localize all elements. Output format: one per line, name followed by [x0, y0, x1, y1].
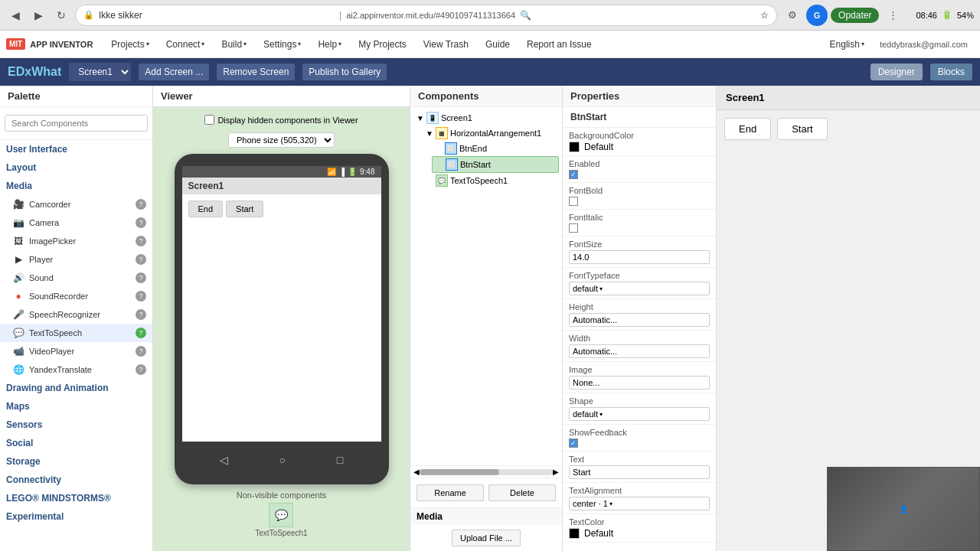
- tree-item-btnstart[interactable]: ▼ ⬜ BtnStart: [432, 156, 559, 173]
- prop-checkbox-fontitalic[interactable]: [569, 223, 578, 233]
- remove-screen-button[interactable]: Remove Screen: [217, 64, 295, 80]
- back-button[interactable]: ◀: [6, 6, 24, 24]
- palette-section-lego[interactable]: LEGO® MINDSTORMS®: [0, 489, 152, 507]
- palette-item-yandextranslate[interactable]: 🌐 YandexTranslate ?: [0, 360, 152, 379]
- scroll-left-icon[interactable]: ◀: [413, 468, 420, 476]
- tree-item-texttospeech1[interactable]: ▼ 💬 TextToSpeech1: [423, 173, 559, 188]
- help-icon[interactable]: ?: [136, 328, 146, 338]
- media-section: Media Upload File ...: [410, 507, 562, 551]
- chevron-down-icon: ▾: [609, 500, 612, 507]
- designer-button[interactable]: Designer: [871, 64, 923, 80]
- menu-help[interactable]: Help ▾: [310, 34, 349, 54]
- menu-report-issue[interactable]: Report an Issue: [519, 34, 599, 54]
- prop-checkbox-showfeedback[interactable]: [569, 439, 578, 448]
- palette-section-media[interactable]: Media: [0, 177, 152, 195]
- palette-item-texttospeech[interactable]: 💬 TextToSpeech ?: [0, 324, 152, 342]
- prop-input-width[interactable]: [569, 344, 710, 358]
- help-icon[interactable]: ?: [136, 309, 146, 320]
- profile-circle-button[interactable]: G: [806, 5, 828, 26]
- app-start-button[interactable]: Start: [226, 201, 263, 217]
- help-icon[interactable]: ?: [136, 236, 146, 246]
- help-icon[interactable]: ?: [136, 254, 146, 265]
- tree-item-horizontal-arrangement[interactable]: ▼ ▦ HorizontalArrangement1: [423, 126, 559, 141]
- prop-select-shape[interactable]: default ▾: [569, 407, 710, 421]
- webcam-placeholder: 👤: [899, 505, 908, 514]
- prop-checkbox-fontbold[interactable]: [569, 197, 578, 206]
- bookmark-icon: ☆: [760, 10, 769, 21]
- delete-button[interactable]: Delete: [488, 484, 556, 501]
- phone-back-button[interactable]: ◁: [220, 454, 228, 466]
- app-end-button[interactable]: End: [188, 201, 224, 217]
- help-icon[interactable]: ?: [136, 346, 146, 357]
- palette-item-speechrecognizer[interactable]: 🎤 SpeechRecognizer ?: [0, 305, 152, 324]
- menu-projects[interactable]: Projects ▾: [103, 34, 156, 54]
- phone-home-button[interactable]: ○: [279, 454, 286, 466]
- prop-input-image[interactable]: [569, 376, 710, 390]
- hidden-components-checkbox-label[interactable]: Display hidden components in Viewer: [204, 115, 358, 125]
- palette-section-social[interactable]: Social: [0, 434, 152, 452]
- address-bar[interactable]: 🔒 Ikke sikker | ai2.appinventor.mit.edu/…: [75, 5, 777, 26]
- palette-item-player[interactable]: ▶ Player ?: [0, 250, 152, 269]
- update-profile-button[interactable]: Opdater: [831, 8, 879, 23]
- rename-button[interactable]: Rename: [416, 484, 484, 501]
- menu-settings[interactable]: Settings ▾: [256, 34, 309, 54]
- tree-item-screen1[interactable]: ▼ 📱 Screen1: [413, 110, 559, 126]
- help-icon[interactable]: ?: [136, 364, 146, 375]
- phone-size-select[interactable]: Phone size (505,320): [228, 132, 335, 148]
- help-icon[interactable]: ?: [136, 272, 146, 283]
- tree-item-btnend[interactable]: ▼ ⬜ BtnEnd: [432, 141, 559, 156]
- menu-build[interactable]: Build ▾: [214, 34, 254, 54]
- hidden-components-checkbox[interactable]: [204, 115, 214, 125]
- publish-gallery-button[interactable]: Publish to Gallery: [302, 64, 387, 80]
- refresh-button[interactable]: ↻: [52, 6, 70, 24]
- start-button[interactable]: Start: [777, 118, 827, 140]
- help-icon[interactable]: ?: [136, 291, 146, 302]
- palette-item-camera[interactable]: 📷 Camera ?: [0, 214, 152, 232]
- screen-selector[interactable]: Screen1: [69, 63, 131, 81]
- prop-checkbox-enabled[interactable]: [569, 170, 578, 179]
- prop-value-textcolor[interactable]: Default: [569, 528, 710, 539]
- palette-section-drawing[interactable]: Drawing and Animation: [0, 379, 152, 397]
- more-options-button[interactable]: ⋮: [882, 5, 903, 26]
- prop-label-textcolor: TextColor: [569, 517, 710, 527]
- help-icon[interactable]: ?: [136, 199, 146, 210]
- end-button[interactable]: End: [724, 118, 771, 140]
- palette-item-videoplayer[interactable]: 📹 VideoPlayer ?: [0, 342, 152, 360]
- palette-section-layout[interactable]: Layout: [0, 158, 152, 177]
- prop-select-textalignment[interactable]: center · 1 ▾: [569, 497, 710, 510]
- prop-input-fontsize[interactable]: [569, 250, 710, 264]
- add-screen-button[interactable]: Add Screen ...: [139, 64, 209, 80]
- palette-section-storage[interactable]: Storage: [0, 452, 152, 471]
- palette-section-experimental[interactable]: Experimental: [0, 507, 152, 526]
- components-header: Components: [410, 86, 562, 107]
- menu-view-trash[interactable]: View Trash: [416, 34, 476, 54]
- hidden-components-label: Display hidden components in Viewer: [217, 116, 358, 125]
- prop-input-height[interactable]: [569, 313, 710, 327]
- components-panel: Components ▼ 📱 Screen1 ▼ ▦ HorizontalArr…: [410, 86, 563, 551]
- forward-button[interactable]: ▶: [29, 6, 47, 24]
- help-icon[interactable]: ?: [136, 217, 146, 228]
- palette-section-user-interface[interactable]: User Interface: [0, 140, 152, 158]
- palette-section-connectivity[interactable]: Connectivity: [0, 471, 152, 489]
- menu-connect[interactable]: Connect ▾: [158, 34, 213, 54]
- blocks-button[interactable]: Blocks: [930, 64, 972, 80]
- extensions-button[interactable]: ⚙: [782, 5, 803, 26]
- search-input[interactable]: [5, 115, 148, 132]
- palette-item-soundrecorder[interactable]: ● SoundRecorder ?: [0, 287, 152, 305]
- menu-guide[interactable]: Guide: [478, 34, 518, 54]
- prop-input-text[interactable]: [569, 465, 710, 479]
- prop-select-fonttypeface[interactable]: default ▾: [569, 282, 710, 295]
- palette-item-imagepicker[interactable]: 🖼 ImagePicker ?: [0, 232, 152, 250]
- menu-my-projects[interactable]: My Projects: [351, 34, 414, 54]
- scroll-right-icon[interactable]: ▶: [553, 468, 559, 476]
- non-visible-label: Non-visible components: [237, 491, 326, 500]
- button-icon: ⬜: [445, 142, 457, 155]
- upload-file-button[interactable]: Upload File ...: [452, 530, 521, 546]
- menu-english[interactable]: English ▾: [822, 34, 872, 54]
- palette-item-camcorder[interactable]: 🎥 Camcorder ?: [0, 195, 152, 214]
- palette-section-sensors[interactable]: Sensors: [0, 416, 152, 434]
- palette-item-sound[interactable]: 🔊 Sound ?: [0, 269, 152, 287]
- prop-value-bgcolor[interactable]: Default: [569, 142, 710, 152]
- palette-section-maps[interactable]: Maps: [0, 397, 152, 416]
- phone-recent-button[interactable]: □: [337, 454, 343, 466]
